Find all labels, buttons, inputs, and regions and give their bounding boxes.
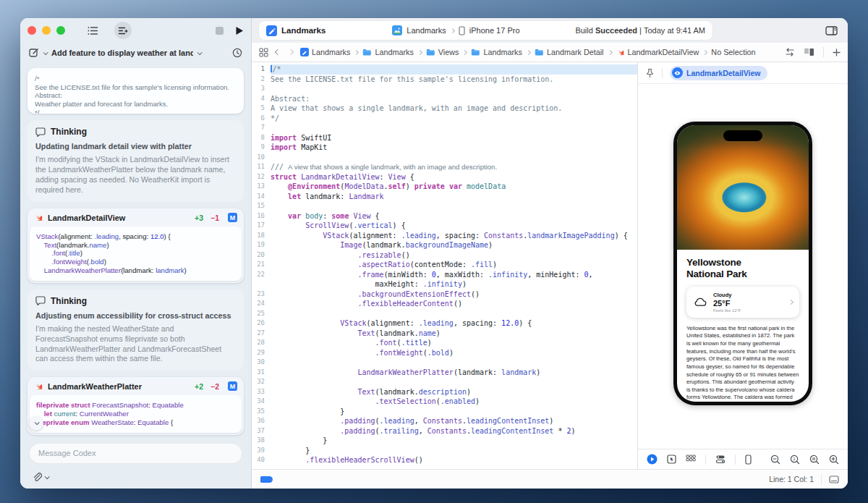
code-line[interactable]: 3	[252, 84, 637, 94]
line-number[interactable]: 40	[252, 455, 271, 465]
thread-title[interactable]: Add feature to display weather at landma…	[51, 48, 193, 57]
breadcrumb-item[interactable]: Landmarks	[300, 48, 350, 56]
code-line[interactable]: 14 let landmark: Landmark	[252, 192, 637, 202]
device-bezels-icon[interactable]	[745, 455, 752, 465]
line-number[interactable]: 25	[252, 309, 271, 319]
compose-icon[interactable]	[29, 48, 39, 58]
code-line[interactable]: 12struct LandmarkDetailView: View {	[252, 172, 637, 182]
breadcrumb-item[interactable]: Landmarks	[471, 48, 522, 56]
line-number[interactable]: 9	[252, 143, 271, 153]
sidebar-list-icon[interactable]	[84, 22, 101, 39]
change-marker-tag[interactable]	[260, 476, 273, 483]
line-number[interactable]: 14	[252, 192, 271, 202]
breadcrumb-item[interactable]: Landmarks	[362, 48, 413, 56]
editor-settings-icon[interactable]	[829, 475, 839, 483]
code-line[interactable]: 25	[252, 309, 637, 319]
back-icon[interactable]	[275, 49, 281, 55]
device-settings-icon[interactable]	[715, 455, 726, 464]
line-number[interactable]: 36	[252, 416, 271, 426]
line-number[interactable]: 4	[252, 94, 271, 104]
line-number[interactable]: 30	[252, 358, 271, 368]
line-number[interactable]: 12	[252, 172, 271, 182]
attach-icon[interactable]	[32, 472, 42, 483]
code-line[interactable]: 23 .backgroundExtensionEffect()	[252, 289, 637, 300]
message-input[interactable]	[29, 443, 242, 464]
code-line[interactable]: 2See the LICENSE.txt file for this sampl…	[252, 75, 637, 85]
code-line[interactable]: 13 @Environment(ModelData.self) private …	[252, 182, 637, 192]
line-number[interactable]: 10	[252, 153, 271, 163]
line-number[interactable]: 6	[252, 114, 271, 124]
breadcrumb-item[interactable]: Views	[426, 48, 459, 56]
weather-platter[interactable]: Cloudy 25°F Feels like 12°F	[686, 287, 799, 318]
breadcrumb-item[interactable]: LandmarkDetailView	[616, 48, 699, 56]
code-line[interactable]: 19 Image(landmark.backgroundImageName)	[252, 240, 637, 250]
add-editor-icon[interactable]	[833, 48, 841, 56]
code-line[interactable]: 15	[252, 201, 637, 211]
close-window-button[interactable]	[27, 26, 36, 35]
source-editor[interactable]: 1/*2See the LICENSE.txt file for this sa…	[252, 62, 638, 469]
line-number[interactable]: 16	[252, 211, 271, 221]
minimize-window-button[interactable]	[42, 26, 51, 35]
thread-chevron-icon[interactable]	[197, 50, 203, 55]
breadcrumb-item[interactable]: No Selection	[711, 48, 755, 56]
expand-code-button[interactable]	[29, 416, 43, 431]
zoom-fit-icon[interactable]	[809, 455, 820, 465]
code-line[interactable]: 40 .flexibleHeaderScrollView()	[252, 455, 637, 465]
code-line[interactable]: 5A view that shows a single landmark, wi…	[252, 103, 637, 114]
line-number[interactable]: 11	[252, 162, 271, 172]
forward-icon[interactable]	[288, 49, 294, 55]
code-line[interactable]: 37 .padding(.trailing, Constants.leading…	[252, 426, 637, 436]
run-button[interactable]	[235, 26, 244, 35]
line-number[interactable]: 33	[252, 387, 271, 397]
code-line[interactable]: 29 .fontWeight(.bold)	[252, 348, 637, 358]
line-number[interactable]: 1	[252, 64, 271, 75]
breadcrumb-item[interactable]: Landmark Detail	[535, 48, 604, 56]
project-indicator[interactable]: Landmarks	[266, 25, 326, 36]
code-review-icon[interactable]	[785, 48, 795, 56]
file-change-card-landmarkdetailview[interactable]: LandmarkDetailView +3 −1 M VStack(alignm…	[27, 208, 244, 283]
code-line[interactable]: 32	[252, 377, 637, 387]
line-number[interactable]: 18	[252, 231, 271, 241]
code-line[interactable]: 24 .flexibleHeaderContent()	[252, 299, 637, 309]
line-number[interactable]: 2	[252, 75, 271, 85]
code-line[interactable]: 21 .aspectRatio(contentMode: .fill)	[252, 260, 637, 270]
attach-menu-chevron-icon[interactable]	[45, 474, 50, 479]
code-line[interactable]: 34 .textSelection(.enabled)	[252, 397, 637, 407]
code-line[interactable]: 20 .resizable()	[252, 250, 637, 261]
editor-options-icon[interactable]	[804, 48, 814, 56]
line-number[interactable]	[252, 279, 271, 289]
line-number[interactable]: 22	[252, 270, 271, 280]
compose-menu-chevron-icon[interactable]	[43, 50, 48, 55]
destination-name[interactable]: iPhone 17 Pro	[469, 26, 520, 35]
build-status[interactable]: Build Succeeded | Today at 9:41 AM	[575, 26, 705, 35]
device-preview-area[interactable]: Yellowstone National Park Cloudy 25°F Fe…	[638, 84, 848, 449]
code-line[interactable]: 17 ScrollView(.vertical) {	[252, 221, 637, 231]
thinking-block-1[interactable]: Thinking Updating landmark detail view w…	[27, 120, 244, 202]
variants-grid-icon[interactable]	[686, 455, 696, 464]
assistant-icon[interactable]	[114, 22, 132, 39]
code-line[interactable]: 36 .padding(.leading, Constants.leadingC…	[252, 416, 637, 426]
line-number[interactable]: 39	[252, 446, 271, 456]
line-number[interactable]: 27	[252, 329, 271, 339]
line-number[interactable]: 5	[252, 103, 271, 114]
zoom-out-icon[interactable]	[770, 455, 780, 465]
line-number[interactable]: 32	[252, 377, 271, 387]
code-line[interactable]: 33 Text(landmark.description)	[252, 387, 637, 397]
code-line[interactable]: 1/*	[252, 64, 637, 75]
code-line[interactable]: 30	[252, 358, 637, 368]
line-number[interactable]: 13	[252, 182, 271, 192]
line-number[interactable]: 21	[252, 260, 271, 270]
line-number[interactable]: 15	[252, 201, 271, 211]
zoom-actual-size-icon[interactable]: 1	[790, 455, 800, 465]
code-line[interactable]: 10	[252, 153, 637, 163]
line-number[interactable]: 35	[252, 407, 271, 417]
zoom-in-icon[interactable]	[829, 455, 839, 465]
code-line[interactable]: 28 .font(.title)	[252, 338, 637, 348]
code-line[interactable]: 16 var body: some View {	[252, 211, 637, 221]
live-preview-button[interactable]	[647, 454, 658, 465]
code-line[interactable]: 18 VStack(alignment: .leading, spacing: …	[252, 231, 637, 241]
code-line[interactable]: 4Abstract:	[252, 94, 637, 104]
line-number[interactable]: 24	[252, 299, 271, 309]
line-number[interactable]: 29	[252, 348, 271, 358]
line-number[interactable]: 3	[252, 84, 271, 94]
